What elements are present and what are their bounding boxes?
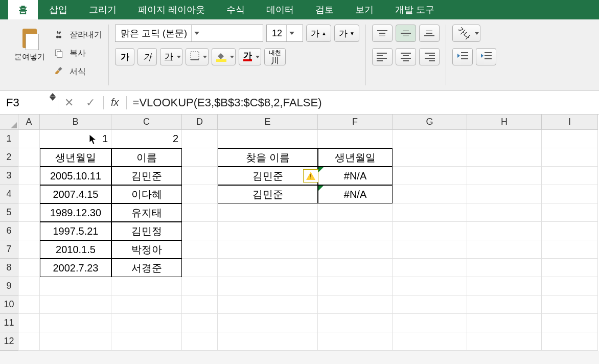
cell-I7[interactable]	[542, 240, 598, 259]
cell-C8[interactable]: 서경준	[111, 259, 182, 277]
cell-F9[interactable]	[318, 277, 393, 295]
cell-H11[interactable]	[467, 314, 542, 332]
col-header-E[interactable]: E	[218, 115, 318, 130]
cell-B4[interactable]: 2007.4.15	[40, 185, 111, 203]
col-header-C[interactable]: C	[111, 115, 182, 130]
tab-formula[interactable]: 수식	[216, 0, 255, 19]
cell-C3[interactable]: 김민준	[111, 167, 182, 185]
cell-C9[interactable]	[111, 277, 182, 295]
cell-D5[interactable]	[182, 203, 218, 222]
cell-I4[interactable]	[542, 185, 598, 203]
cell-B12[interactable]	[40, 332, 111, 351]
cell-B1[interactable]: 1	[40, 130, 111, 148]
cell-G10[interactable]	[393, 295, 467, 314]
cell-D10[interactable]	[182, 295, 218, 314]
row-header-3[interactable]: 3	[0, 167, 18, 185]
cell-A8[interactable]	[18, 259, 40, 277]
align-top-button[interactable]	[372, 25, 393, 42]
cell-E2[interactable]: 찾을 이름	[218, 148, 318, 167]
format-painter-button[interactable]: 서식	[53, 63, 102, 80]
cell-H7[interactable]	[467, 240, 542, 259]
align-right-button[interactable]	[419, 48, 440, 65]
cell-G4[interactable]	[393, 185, 467, 203]
tab-insert[interactable]: 삽입	[39, 0, 78, 19]
cell-F5[interactable]	[318, 203, 393, 222]
cell-G7[interactable]	[393, 240, 467, 259]
cell-I5[interactable]	[542, 203, 598, 222]
hanja-button[interactable]: 내천 川	[264, 48, 286, 65]
row-header-7[interactable]: 7	[0, 240, 18, 259]
cell-E10[interactable]	[218, 295, 318, 314]
cell-A10[interactable]	[18, 295, 40, 314]
decrease-indent-button[interactable]	[452, 48, 473, 65]
fill-color-button[interactable]	[212, 48, 236, 65]
cell-D9[interactable]	[182, 277, 218, 295]
cell-C1[interactable]: 2	[111, 130, 182, 148]
cell-C10[interactable]	[111, 295, 182, 314]
cell-C4[interactable]: 이다혜	[111, 185, 182, 203]
cell-A1[interactable]	[18, 130, 40, 148]
cell-D2[interactable]	[182, 148, 218, 167]
col-header-A[interactable]: A	[18, 115, 40, 130]
underline-button[interactable]: 가	[160, 48, 182, 65]
tab-dev[interactable]: 개발 도구	[385, 0, 445, 19]
align-middle-button[interactable]	[396, 25, 416, 42]
col-header-G[interactable]: G	[393, 115, 467, 130]
cell-D7[interactable]	[182, 240, 218, 259]
font-color-button[interactable]: 가	[239, 48, 261, 65]
col-header-H[interactable]: H	[467, 115, 542, 130]
cell-F3[interactable]: #N/A	[318, 167, 393, 185]
row-header-2[interactable]: 2	[0, 148, 18, 167]
cell-I2[interactable]	[542, 148, 598, 167]
increase-indent-button[interactable]	[476, 48, 496, 65]
cell-E12[interactable]	[218, 332, 318, 351]
paste-button[interactable]: 붙여넣기	[14, 25, 45, 80]
cut-button[interactable]: 잘라내기	[53, 27, 102, 43]
cell-A12[interactable]	[18, 332, 40, 351]
cell-D3[interactable]	[182, 167, 218, 185]
orientation-button[interactable]: 가나	[452, 25, 480, 42]
cell-I12[interactable]	[542, 332, 598, 351]
tab-pagelayout[interactable]: 페이지 레이아웃	[128, 0, 215, 19]
cell-A11[interactable]	[18, 314, 40, 332]
cell-H5[interactable]	[467, 203, 542, 222]
tab-home[interactable]: 홈	[8, 0, 38, 19]
cell-C6[interactable]: 김민정	[111, 222, 182, 240]
cell-G12[interactable]	[393, 332, 467, 351]
cell-E7[interactable]	[218, 240, 318, 259]
cell-G9[interactable]	[393, 277, 467, 295]
cell-F1[interactable]	[318, 130, 393, 148]
col-header-I[interactable]: I	[542, 115, 598, 130]
cell-I9[interactable]	[542, 277, 598, 295]
cell-B6[interactable]: 1997.5.21	[40, 222, 111, 240]
cell-H4[interactable]	[467, 185, 542, 203]
cell-E8[interactable]	[218, 259, 318, 277]
cell-B5[interactable]: 1989.12.30	[40, 203, 111, 222]
align-bottom-button[interactable]	[419, 25, 440, 42]
cell-A2[interactable]	[18, 148, 40, 167]
cell-H9[interactable]	[467, 277, 542, 295]
cell-D1[interactable]	[182, 130, 218, 148]
select-all-corner[interactable]	[0, 115, 18, 130]
cell-I11[interactable]	[542, 314, 598, 332]
error-warning-badge[interactable]: !	[303, 169, 318, 183]
cell-F4[interactable]: #N/A	[318, 185, 393, 203]
cell-A7[interactable]	[18, 240, 40, 259]
name-box-spinner[interactable]	[50, 93, 56, 101]
row-header-4[interactable]: 4	[0, 185, 18, 203]
align-center-button[interactable]	[396, 48, 416, 65]
cell-E9[interactable]	[218, 277, 318, 295]
cell-F2[interactable]: 생년월일	[318, 148, 393, 167]
cell-F11[interactable]	[318, 314, 393, 332]
col-header-F[interactable]: F	[318, 115, 393, 130]
cancel-formula-button[interactable]: ✕	[58, 91, 80, 114]
cell-D12[interactable]	[182, 332, 218, 351]
cell-H10[interactable]	[467, 295, 542, 314]
cell-A3[interactable]	[18, 167, 40, 185]
shrink-font-button[interactable]: 가▼	[334, 25, 359, 42]
cell-B2[interactable]: 생년월일	[40, 148, 111, 167]
cell-G3[interactable]	[393, 167, 467, 185]
row-header-12[interactable]: 12	[0, 332, 18, 351]
col-header-B[interactable]: B	[40, 115, 111, 130]
cell-G2[interactable]	[393, 148, 467, 167]
